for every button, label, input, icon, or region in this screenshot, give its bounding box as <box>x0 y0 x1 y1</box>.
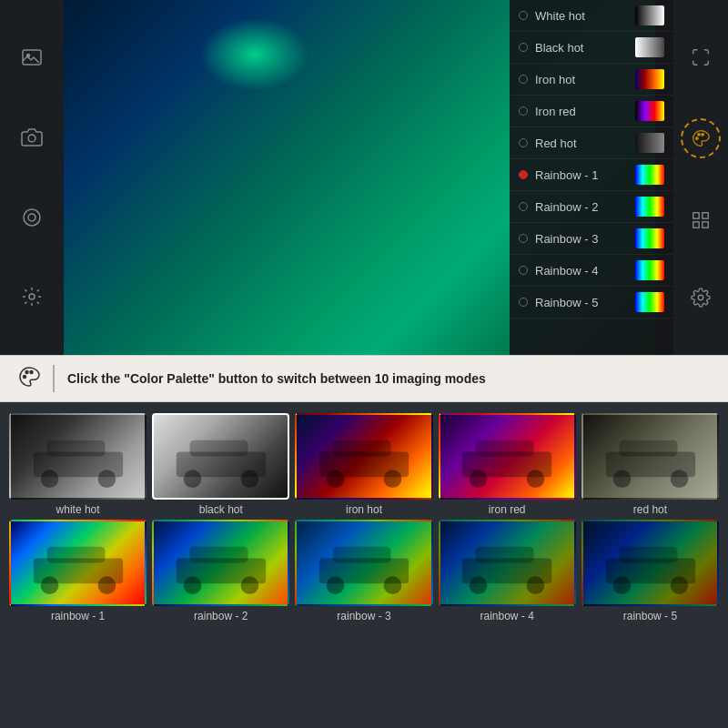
palette-swatch-black-hot <box>635 37 664 57</box>
svg-point-7 <box>698 134 701 136</box>
bottom-grid: white hotblack hotiron hotiron redred ho… <box>0 402 728 637</box>
palette-label-red-hot: Red hot <box>535 136 635 150</box>
palette-item-white-hot[interactable]: White hot <box>510 0 673 32</box>
grid-thumb-iron-red <box>439 413 576 500</box>
settings-circle-icon[interactable] <box>15 280 48 313</box>
palette-label-rainbow-1: Rainbow - 1 <box>535 168 635 182</box>
grid-label-black-hot: black hot <box>199 503 243 516</box>
svg-point-16 <box>30 370 33 373</box>
grid-item-iron-hot[interactable]: iron hot <box>295 413 432 516</box>
grid-item-red-hot[interactable]: red hot <box>581 413 719 516</box>
palette-swatch-rainbow-3 <box>635 228 664 248</box>
grid-item-rainbow-2[interactable]: rainbow - 2 <box>152 520 289 622</box>
grid-thumb-rainbow-4 <box>439 520 576 606</box>
grid-row-2: rainbow - 1rainbow - 2rainbow - 3rainbow… <box>9 520 719 622</box>
palette-item-iron-hot[interactable]: Iron hot <box>510 64 673 96</box>
palette-radio-red-hot <box>519 138 528 147</box>
right-toolbar <box>673 0 728 355</box>
palette-radio-black-hot <box>519 43 528 52</box>
palette-swatch-iron-hot <box>635 69 664 89</box>
palette-radio-rainbow-1 <box>519 170 528 179</box>
palette-swatch-rainbow-5 <box>635 292 664 312</box>
grid-item-rainbow-4[interactable]: rainbow - 4 <box>439 520 576 622</box>
svg-point-8 <box>702 134 704 136</box>
svg-point-3 <box>24 209 40 226</box>
palette-radio-rainbow-5 <box>519 298 528 307</box>
palette-label-black-hot: Black hot <box>535 41 635 55</box>
camera-section: White hotBlack hotIron hotIron redRed ho… <box>0 0 728 355</box>
divider <box>53 365 55 392</box>
palette-swatch-rainbow-1 <box>635 165 664 185</box>
grid-thumb-rainbow-5 <box>581 520 719 606</box>
svg-rect-10 <box>703 213 708 218</box>
svg-rect-9 <box>693 213 699 218</box>
palette-radio-rainbow-2 <box>519 202 528 211</box>
palette-label-white-hot: White hot <box>535 9 635 23</box>
grid-label-rainbow-1: rainbow - 1 <box>51 610 105 622</box>
gear-icon[interactable] <box>684 281 717 314</box>
svg-point-4 <box>28 214 35 221</box>
palette-button[interactable] <box>681 118 721 158</box>
palette-item-rainbow-2[interactable]: Rainbow - 2 <box>510 191 673 223</box>
svg-rect-11 <box>693 222 699 228</box>
palette-radio-iron-red <box>519 106 528 116</box>
palette-label-iron-hot: Iron hot <box>535 73 635 86</box>
palette-item-iron-red[interactable]: Iron red <box>510 96 673 127</box>
palette-label-rainbow-5: Rainbow - 5 <box>535 296 635 309</box>
svg-point-2 <box>28 135 35 142</box>
palette-radio-rainbow-4 <box>519 266 528 275</box>
svg-point-5 <box>29 294 35 299</box>
grid-label-white-hot: white hot <box>56 503 100 516</box>
camera-icon[interactable] <box>15 121 48 154</box>
grid-thumb-white-hot <box>9 413 147 500</box>
svg-point-14 <box>24 375 26 378</box>
palette-hint-icon <box>18 366 40 392</box>
palette-swatch-rainbow-4 <box>635 260 664 280</box>
grid-label-red-hot: red hot <box>633 503 667 516</box>
palette-label-rainbow-4: Rainbow - 4 <box>535 264 635 278</box>
palette-panel: White hotBlack hotIron hotIron redRed ho… <box>510 0 673 355</box>
grid-item-white-hot[interactable]: white hot <box>9 413 147 516</box>
grid-item-rainbow-1[interactable]: rainbow - 1 <box>9 520 147 622</box>
grid-item-rainbow-5[interactable]: rainbow - 5 <box>581 520 719 622</box>
palette-item-red-hot[interactable]: Red hot <box>510 127 673 159</box>
palette-label-rainbow-2: Rainbow - 2 <box>535 200 635 214</box>
palette-item-black-hot[interactable]: Black hot <box>510 32 673 64</box>
svg-rect-12 <box>703 222 708 228</box>
grid-label-rainbow-3: rainbow - 3 <box>337 610 390 622</box>
grid-thumb-rainbow-3 <box>295 520 432 606</box>
palette-label-rainbow-3: Rainbow - 3 <box>535 232 635 246</box>
grid-thumb-rainbow-2 <box>152 520 289 606</box>
palette-item-rainbow-4[interactable]: Rainbow - 4 <box>510 255 673 287</box>
grid-thumb-iron-hot <box>295 413 432 500</box>
grid-label-iron-hot: iron hot <box>346 503 382 516</box>
grid-thumb-red-hot <box>581 413 719 500</box>
palette-item-rainbow-1[interactable]: Rainbow - 1 <box>510 159 673 191</box>
palette-swatch-rainbow-2 <box>635 197 664 217</box>
record-icon[interactable] <box>15 201 48 234</box>
palette-swatch-red-hot <box>635 133 664 153</box>
grid-label-rainbow-4: rainbow - 4 <box>480 610 534 622</box>
grid-label-iron-red: iron red <box>489 503 526 516</box>
palette-item-rainbow-3[interactable]: Rainbow - 3 <box>510 223 673 255</box>
palette-radio-rainbow-3 <box>519 234 528 243</box>
svg-point-15 <box>25 370 28 373</box>
grid-item-black-hot[interactable]: black hot <box>152 413 289 516</box>
svg-point-1 <box>27 54 30 56</box>
grid-row-1: white hotblack hotiron hotiron redred ho… <box>9 413 719 516</box>
grid-label-rainbow-2: rainbow - 2 <box>194 610 248 622</box>
instruction-bar: Click the "Color Palette" button to swit… <box>0 355 728 402</box>
grid-item-iron-red[interactable]: iron red <box>439 413 576 516</box>
grid-thumb-black-hot <box>152 413 289 500</box>
expand-icon[interactable] <box>684 41 717 74</box>
palette-swatch-white-hot <box>635 5 664 25</box>
palette-swatch-iron-red <box>635 101 664 121</box>
svg-point-13 <box>698 296 703 301</box>
grid-label-rainbow-5: rainbow - 5 <box>623 610 677 622</box>
palette-item-rainbow-5[interactable]: Rainbow - 5 <box>510 287 673 318</box>
svg-point-6 <box>696 137 699 140</box>
gallery-icon[interactable] <box>15 42 48 75</box>
palette-radio-iron-hot <box>519 75 528 84</box>
grid-icon[interactable] <box>684 204 717 237</box>
grid-item-rainbow-3[interactable]: rainbow - 3 <box>295 520 432 622</box>
